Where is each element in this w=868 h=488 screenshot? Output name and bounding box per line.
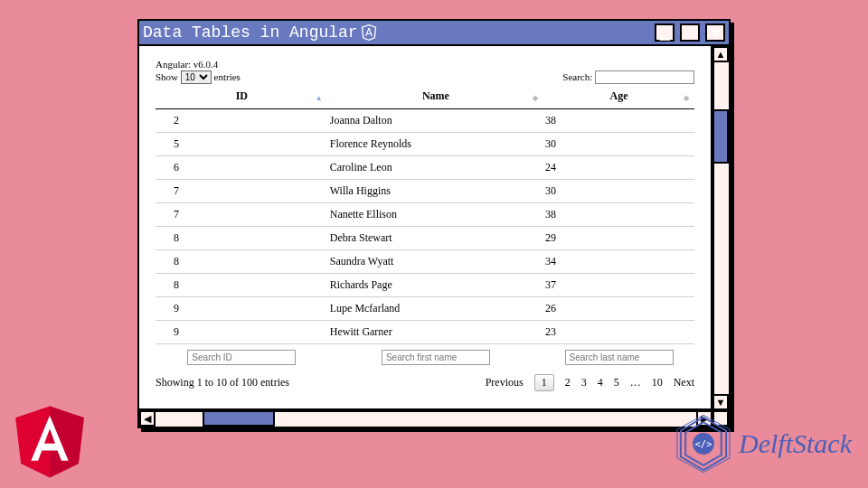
close-button[interactable]: ✕ [705, 23, 725, 42]
table-row: 8Debra Stewart29 [156, 227, 694, 250]
scroll-down-button[interactable]: ▼ [712, 394, 729, 410]
cell-id: 7 [156, 180, 328, 203]
cell-name: Saundra Wyatt [328, 250, 543, 274]
cell-id: 6 [156, 156, 328, 180]
search-control: Search: [562, 70, 694, 84]
table-row: 2Joanna Dalton38 [156, 109, 694, 133]
cell-id: 9 [156, 297, 328, 321]
cell-age: 30 [543, 180, 694, 203]
data-table: ID ▲ Name ◆ Age ◆ 2Joanna Dalton385Flore… [156, 86, 694, 369]
table-info: Showing 1 to 10 of 100 entries [156, 376, 289, 389]
table-row: 5Florence Reynolds30 [156, 133, 694, 156]
sort-asc-icon: ▲ [316, 93, 323, 101]
app-window: Data Tables in Angular ▁ □ ✕ Angular: v6… [137, 19, 731, 428]
cell-name: Richards Page [328, 274, 543, 297]
pager-page[interactable]: 3 [581, 376, 587, 389]
pagination: Previous12345…10Next [486, 374, 694, 391]
foot-search-id[interactable] [187, 350, 296, 365]
col-header-name[interactable]: Name ◆ [328, 86, 543, 109]
cell-id: 9 [156, 321, 328, 344]
sort-icon: ◆ [533, 93, 538, 101]
cell-age: 38 [543, 109, 694, 133]
pager-current[interactable]: 1 [534, 374, 554, 391]
delftstack-text: DelftStack [739, 428, 852, 459]
delftstack-badge-icon: </> [674, 414, 733, 474]
scroll-up-button[interactable]: ▲ [712, 46, 729, 62]
titlebar: Data Tables in Angular ▁ □ ✕ [139, 21, 729, 46]
cell-age: 24 [543, 156, 694, 180]
cell-id: 5 [156, 133, 328, 156]
table-row: 9Lupe Mcfarland26 [156, 297, 694, 321]
table-row: 7Nanette Ellison38 [156, 203, 694, 227]
cell-name: Florence Reynolds [328, 133, 543, 156]
pager-page[interactable]: 5 [614, 376, 619, 389]
minimize-button[interactable]: ▁ [655, 23, 675, 42]
vertical-scrollbar[interactable]: ▲ ▼ [712, 46, 729, 410]
search-label: Search: [562, 71, 592, 82]
cell-id: 2 [156, 109, 328, 133]
angular-version-label: Angular: v6.0.4 [156, 59, 694, 70]
table-row: 7Willa Higgins30 [156, 180, 694, 203]
angular-shield-icon [360, 23, 378, 42]
cell-id: 8 [156, 274, 328, 297]
length-control: Show 10 entries [156, 70, 241, 84]
cell-age: 29 [543, 227, 694, 250]
cell-name: Debra Stewart [328, 227, 543, 250]
cell-id: 7 [156, 203, 328, 227]
horizontal-scrollbar[interactable]: ◀ ▶ [139, 410, 712, 427]
cell-name: Willa Higgins [328, 180, 543, 203]
cell-age: 23 [543, 321, 694, 344]
pager-ellipsis: … [630, 376, 641, 389]
foot-search-age[interactable] [565, 350, 674, 365]
angular-logo-icon [11, 403, 89, 481]
cell-age: 37 [543, 274, 694, 297]
cell-id: 8 [156, 227, 328, 250]
table-row: 8Richards Page37 [156, 274, 694, 297]
cell-age: 26 [543, 297, 694, 321]
cell-age: 30 [543, 133, 694, 156]
table-row: 8Saundra Wyatt34 [156, 250, 694, 274]
cell-age: 38 [543, 203, 694, 227]
cell-name: Hewitt Garner [328, 321, 543, 344]
cell-name: Joanna Dalton [328, 109, 543, 133]
search-input[interactable] [595, 70, 694, 84]
pager-page[interactable]: 4 [598, 376, 603, 389]
cell-id: 8 [156, 250, 328, 274]
delftstack-brand: </> DelftStack [674, 414, 852, 474]
datatable-controls: Show 10 entries Search: [156, 70, 694, 84]
pager-page[interactable]: 10 [652, 376, 663, 389]
window-controls: ▁ □ ✕ [655, 23, 725, 42]
maximize-button[interactable]: □ [680, 23, 700, 42]
table-row: 6Caroline Leon24 [156, 156, 694, 180]
cell-age: 34 [543, 250, 694, 274]
window-title: Data Tables in Angular [143, 23, 358, 42]
foot-search-name[interactable] [382, 350, 490, 365]
table-row: 9Hewitt Garner23 [156, 321, 694, 344]
col-header-id[interactable]: ID ▲ [156, 86, 328, 109]
pager-next[interactable]: Next [674, 376, 694, 389]
hscroll-track[interactable] [156, 410, 696, 427]
col-header-age[interactable]: Age ◆ [543, 86, 694, 109]
scroll-left-button[interactable]: ◀ [139, 410, 156, 427]
sort-icon: ◆ [684, 93, 689, 101]
length-prefix: Show [156, 71, 178, 82]
cell-name: Nanette Ellison [328, 203, 543, 227]
vscroll-track[interactable] [712, 62, 729, 394]
hscroll-thumb[interactable] [203, 410, 275, 427]
pager-prev[interactable]: Previous [486, 376, 524, 389]
pager-page[interactable]: 2 [565, 376, 571, 389]
cell-name: Lupe Mcfarland [328, 297, 543, 321]
vscroll-thumb[interactable] [712, 109, 729, 164]
length-select[interactable]: 10 [181, 70, 212, 84]
length-suffix: entries [214, 71, 241, 82]
svg-text:</>: </> [695, 438, 712, 449]
content-area: Angular: v6.0.4 Show 10 entries Search: … [139, 46, 712, 410]
datatable-footer: Showing 1 to 10 of 100 entries Previous1… [156, 374, 694, 391]
cell-name: Caroline Leon [328, 156, 543, 180]
